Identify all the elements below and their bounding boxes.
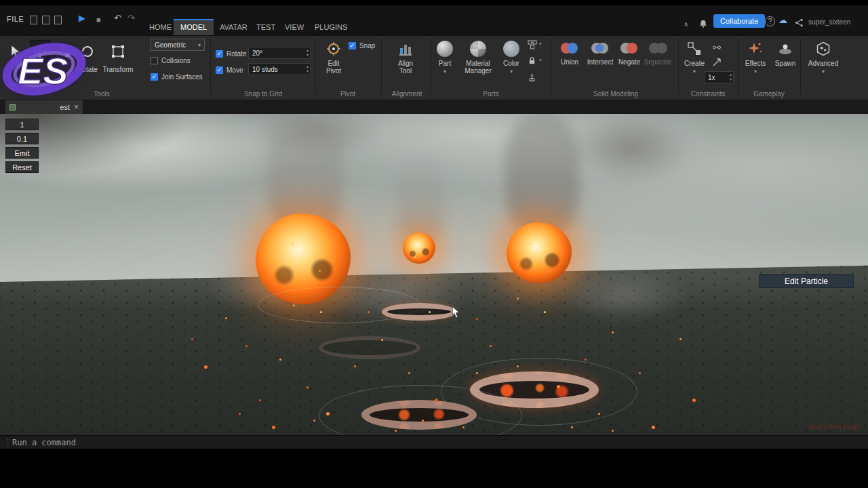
- tab-model[interactable]: MODEL: [174, 19, 214, 35]
- stepper-arrows-icon[interactable]: ▴▾: [307, 48, 309, 58]
- lock-icon: [528, 56, 536, 65]
- ribbon-separator: [678, 39, 679, 95]
- mode-dropdown[interactable]: Geometric ▾: [151, 39, 205, 51]
- create-constraint-button[interactable]: Create ▾: [681, 40, 708, 75]
- smoke-puff: [570, 114, 692, 182]
- material-manager-label: Material Manager: [460, 60, 496, 75]
- spawn-pad-icon: [776, 40, 794, 58]
- share-icon[interactable]: [795, 18, 804, 30]
- spawn-button[interactable]: Spawn: [772, 40, 799, 67]
- material-manager-button[interactable]: Material Manager: [460, 40, 496, 75]
- viewport-3d[interactable]: 1 0.1 Emit Reset Edit Particle Jack's em…: [0, 114, 868, 435]
- part-sphere-icon: [436, 40, 454, 58]
- spawn-label: Spawn: [775, 60, 796, 67]
- mode-dropdown-value: Geometric: [155, 41, 186, 49]
- collisions-label: Collisions: [161, 57, 191, 64]
- anchor-button[interactable]: [526, 73, 538, 84]
- section-label-solid-modeling: Solid Modeling: [593, 90, 638, 98]
- collaborate-button[interactable]: Collaborate: [713, 14, 765, 28]
- chevron-down-icon[interactable]: ▾: [693, 69, 696, 75]
- negate-icon: [620, 40, 638, 56]
- undo-button[interactable]: ↶: [114, 13, 121, 24]
- close-icon[interactable]: ×: [74, 103, 79, 111]
- edit-particle-button[interactable]: Edit Particle: [759, 274, 854, 288]
- drag-handle-icon[interactable]: ⋮: [4, 438, 12, 447]
- new-file-icon[interactable]: [30, 16, 37, 24]
- notifications-bell-icon[interactable]: [698, 19, 708, 31]
- chevron-down-icon[interactable]: ▾: [539, 41, 542, 47]
- chevron-down-icon: ▾: [198, 42, 201, 48]
- chevron-down-icon[interactable]: ▾: [822, 69, 825, 75]
- align-tool-label: Align Tool: [394, 60, 417, 75]
- cloud-sync-icon[interactable]: ☁: [778, 15, 787, 25]
- negate-button[interactable]: Negate: [616, 40, 643, 66]
- pivot-snap-checkbox[interactable]: ✓ Snap: [349, 42, 375, 49]
- open-file-icon[interactable]: [42, 16, 50, 24]
- chevron-down-icon[interactable]: ▾: [539, 58, 542, 63]
- save-file-icon[interactable]: [54, 16, 62, 24]
- tab-view[interactable]: VIEW: [278, 19, 311, 35]
- redo-button[interactable]: ↷: [127, 13, 135, 24]
- ember-particles: [0, 114, 2, 116]
- collision-groups-button[interactable]: [526, 39, 538, 50]
- chevron-down-icon[interactable]: ▾: [443, 69, 446, 75]
- stop-button[interactable]: ■: [96, 14, 101, 25]
- snap-rotate-label: Rotate: [226, 50, 246, 58]
- collisions-checkbox[interactable]: Collisions: [151, 57, 191, 64]
- checkbox-checked-icon: ✓: [216, 50, 223, 58]
- tab-test[interactable]: TEST: [250, 19, 282, 35]
- command-bar: ⋮: [0, 435, 868, 449]
- logo-text: ES: [18, 49, 68, 92]
- effects-button[interactable]: Effects ▾: [741, 40, 770, 75]
- overlay-button-0-1[interactable]: 0.1: [5, 133, 39, 144]
- plugin-watermark: Jack's emit plugin: [766, 423, 861, 430]
- play-button[interactable]: ▶: [79, 13, 85, 24]
- overlay-button-emit[interactable]: Emit: [5, 147, 39, 159]
- color-button[interactable]: Color ▾: [499, 40, 524, 75]
- stepper-arrows-icon[interactable]: ▴▾: [730, 73, 732, 82]
- union-button[interactable]: Union: [556, 40, 583, 66]
- overlay-button-reset[interactable]: Reset: [5, 161, 39, 173]
- section-label-snap-to-grid: Snap to Grid: [244, 90, 282, 98]
- help-icon[interactable]: ?: [765, 16, 775, 26]
- part-button[interactable]: Part ▾: [433, 40, 457, 75]
- align-tool-button[interactable]: Align Tool: [388, 40, 423, 75]
- snap-rotate-checkbox[interactable]: ✓ Rotate: [216, 50, 246, 58]
- constraint-scale-stepper[interactable]: 1x ▴▾: [704, 71, 734, 83]
- lock-button[interactable]: [526, 55, 538, 66]
- ribbon-toolbar: Rotate Transform Geometric ▾ Collisions …: [0, 35, 868, 100]
- move-snap-stepper[interactable]: 10 studs ▴▾: [248, 63, 311, 75]
- pivot-snap-label: Snap: [359, 42, 375, 49]
- overlay-button-1[interactable]: 1: [5, 119, 39, 130]
- crater-ring-bottom: [361, 400, 477, 430]
- ribbon-separator: [738, 39, 738, 95]
- chevron-down-icon[interactable]: ▾: [754, 69, 757, 75]
- negate-label: Negate: [618, 58, 640, 66]
- section-label-tools: Tools: [94, 90, 109, 98]
- transform-tool-button[interactable]: [103, 40, 133, 63]
- create-constraint-label: Create: [684, 60, 705, 67]
- explosion-fireball-medium: [507, 222, 572, 283]
- rotate-snap-stepper[interactable]: 20° ▴▾: [248, 47, 311, 59]
- effects-label: Effects: [745, 60, 766, 67]
- intersect-button[interactable]: Intersect: [585, 40, 616, 66]
- edit-pivot-button[interactable]: Edit Pivot: [319, 40, 349, 75]
- stepper-arrows-icon[interactable]: ▴▾: [307, 64, 309, 74]
- crater-ring-faint: [319, 336, 420, 359]
- constraint-detail-button[interactable]: [711, 41, 722, 53]
- tab-plugins[interactable]: PLUGINS: [308, 19, 354, 35]
- chevron-down-icon[interactable]: ▾: [510, 69, 513, 75]
- username-label[interactable]: super_sixteen: [808, 18, 850, 26]
- collapse-ribbon-icon[interactable]: ∧: [684, 20, 688, 28]
- advanced-button[interactable]: Advanced ▾: [803, 40, 844, 75]
- constraint-scale-button[interactable]: [711, 56, 722, 68]
- file-menu[interactable]: FILE: [7, 15, 24, 23]
- ribbon-separator: [381, 39, 382, 95]
- separate-label: Separate: [644, 58, 672, 66]
- join-surfaces-checkbox[interactable]: ✓ Join Surfaces: [151, 73, 203, 81]
- command-input[interactable]: [12, 436, 297, 449]
- snap-move-checkbox[interactable]: ✓ Move: [216, 66, 243, 74]
- tab-avatar[interactable]: AVATAR: [213, 19, 254, 35]
- move-snap-value: 10 studs: [252, 66, 278, 73]
- effects-sparkle-icon: [747, 40, 764, 58]
